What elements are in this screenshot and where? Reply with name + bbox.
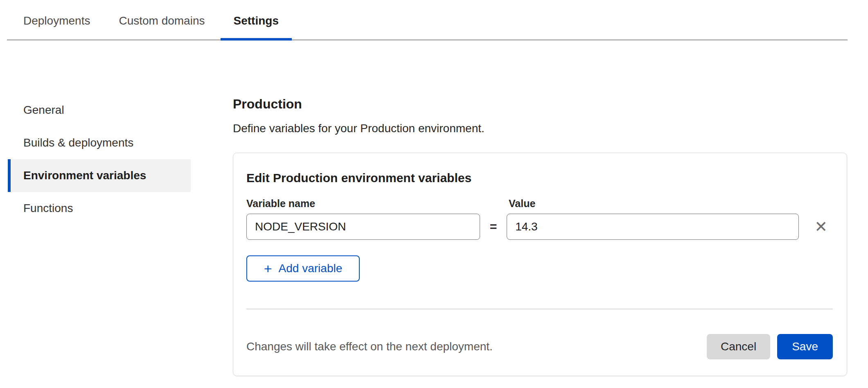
close-icon: ✕ [814, 218, 827, 236]
field-label-row: Variable name Value [246, 198, 833, 209]
value-label: Value [509, 198, 535, 209]
sidebar-item-builds-deployments[interactable]: Builds & deployments [8, 126, 191, 159]
variable-name-label: Variable name [246, 198, 509, 209]
plus-icon: + [264, 262, 272, 275]
remove-variable-button[interactable]: ✕ [809, 215, 833, 239]
tab-settings[interactable]: Settings [221, 0, 292, 41]
card-footer: Changes will take effect on the next dep… [246, 309, 833, 374]
section-description: Define variables for your Production env… [233, 121, 485, 136]
sidebar-item-functions[interactable]: Functions [8, 192, 191, 225]
save-button[interactable]: Save [777, 334, 833, 359]
tab-list: Deployments Custom domains Settings [10, 0, 292, 41]
tab-custom-domains[interactable]: Custom domains [106, 0, 218, 41]
add-variable-button[interactable]: + Add variable [246, 255, 360, 282]
variable-value-input[interactable] [507, 214, 798, 240]
variable-row: = ✕ [246, 214, 833, 240]
page-title: Production [233, 96, 302, 112]
tab-bar: Deployments Custom domains Settings [0, 0, 868, 41]
add-variable-label: Add variable [279, 262, 343, 275]
variable-name-input[interactable] [246, 214, 480, 240]
footer-actions: Cancel Save [707, 334, 833, 359]
sidebar-item-environment-variables[interactable]: Environment variables [8, 159, 191, 192]
tab-deployments[interactable]: Deployments [10, 0, 103, 41]
settings-sidebar: General Builds & deployments Environment… [8, 94, 191, 225]
footer-note: Changes will take effect on the next dep… [246, 340, 493, 353]
equals-sign: = [480, 220, 507, 234]
card-title: Edit Production environment variables [246, 169, 833, 187]
sidebar-item-general[interactable]: General [8, 94, 191, 126]
environment-variables-card: Edit Production environment variables Va… [233, 153, 847, 376]
cancel-button[interactable]: Cancel [707, 334, 770, 359]
